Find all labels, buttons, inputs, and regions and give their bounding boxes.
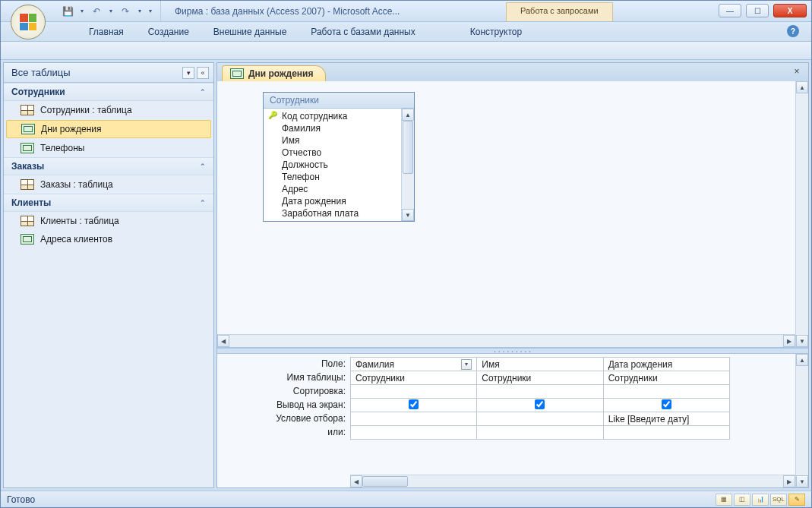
grid-cell-table[interactable]: Сотрудники xyxy=(351,371,477,385)
close-button[interactable]: X xyxy=(773,4,807,17)
nav-item-label: Заказы : таблица xyxy=(40,179,113,190)
qat-dropdown-icon[interactable]: ▾ xyxy=(78,4,86,19)
app-window: 💾 ▾ ↶ ▾ ↷ ▾ ▾ Фирма : база данных (Acces… xyxy=(0,0,812,508)
ribbon-tab-design[interactable]: Конструктор xyxy=(458,23,534,41)
scroll-up-icon[interactable]: ▲ xyxy=(796,81,808,93)
nav-group-orders[interactable]: Заказы ⌃ xyxy=(4,157,213,175)
scroll-thumb[interactable] xyxy=(403,121,413,174)
field-item[interactable]: Код сотрудника xyxy=(264,110,401,122)
show-checkbox[interactable] xyxy=(662,399,671,409)
undo-icon[interactable]: ↶ xyxy=(89,4,104,19)
maximize-button[interactable]: ☐ xyxy=(746,4,769,17)
nav-collapse-icon[interactable]: « xyxy=(197,67,209,79)
grid-row-labels: Поле: Имя таблицы: Сортировка: Вывод на … xyxy=(217,354,350,487)
redo-icon[interactable]: ↷ xyxy=(118,4,133,19)
nav-item-phones-query[interactable]: Телефоны xyxy=(4,139,213,157)
field-item[interactable]: Имя xyxy=(264,134,401,147)
grid-cell-table[interactable]: Сотрудники xyxy=(603,371,729,385)
ribbon-tab-home[interactable]: Главная xyxy=(77,23,136,41)
office-button[interactable] xyxy=(11,5,46,39)
scroll-down-icon[interactable]: ▼ xyxy=(796,475,808,487)
nav-filter-dropdown-icon[interactable]: ▾ xyxy=(182,67,194,79)
field-item[interactable]: Адрес xyxy=(264,183,401,195)
nav-group-label: Клиенты xyxy=(11,197,51,208)
query-design-surface[interactable]: Сотрудники Код сотрудника Фамилия Имя От… xyxy=(217,81,808,348)
field-item[interactable]: Отчество xyxy=(264,147,401,159)
grid-cell-sort[interactable] xyxy=(351,385,477,399)
field-item[interactable]: Дата рождения xyxy=(264,195,401,207)
grid-cell-criteria[interactable] xyxy=(477,412,603,426)
grid-cell-or[interactable] xyxy=(603,426,729,440)
view-sql-button[interactable]: SQL xyxy=(770,494,787,506)
grid-cell-field[interactable]: Дата рождения xyxy=(603,358,729,371)
field-item[interactable]: Телефон xyxy=(264,171,401,183)
ribbon-tab-db-tools[interactable]: Работа с базами данных xyxy=(299,23,427,41)
grid-cell-show[interactable] xyxy=(603,399,729,412)
scroll-down-icon[interactable]: ▼ xyxy=(796,335,808,347)
contextual-tab-label: Работа с запросами xyxy=(506,2,613,21)
nav-item-employees-table[interactable]: Сотрудники : таблица xyxy=(4,101,213,119)
scroll-up-icon[interactable]: ▲ xyxy=(796,354,808,366)
scroll-right-icon[interactable]: ▶ xyxy=(783,475,795,487)
design-vertical-scrollbar[interactable]: ▲ ▼ xyxy=(795,81,808,347)
ribbon-tab-create[interactable]: Создание xyxy=(136,23,201,41)
grid-cell-criteria[interactable] xyxy=(351,412,477,426)
nav-item-client-addresses-query[interactable]: Адреса клиентов xyxy=(4,230,213,248)
nav-group-label: Заказы xyxy=(11,161,44,172)
scroll-up-icon[interactable]: ▲ xyxy=(402,109,414,121)
grid-cell-show[interactable] xyxy=(351,399,477,412)
nav-header[interactable]: Все таблицы ▾ « xyxy=(4,63,213,83)
grid-cell-or[interactable] xyxy=(351,426,477,440)
minimize-button[interactable]: — xyxy=(719,4,741,17)
query-grid: Фамилия▾ Имя Дата рождения Сотрудники Со… xyxy=(350,357,730,440)
grid-cell-sort[interactable] xyxy=(603,385,729,399)
scroll-left-icon[interactable]: ◀ xyxy=(217,335,229,347)
grid-label-criteria: Условие отбора: xyxy=(217,412,346,425)
grid-cell-criteria[interactable]: Like [Введите дату] xyxy=(603,412,729,426)
scroll-left-icon[interactable]: ◀ xyxy=(350,475,362,487)
field-item[interactable]: Заработная плата xyxy=(264,207,401,219)
dropdown-icon[interactable]: ▾ xyxy=(461,359,472,370)
grid-cell-or[interactable] xyxy=(477,426,603,440)
grid-cell-field[interactable]: Имя xyxy=(477,358,603,371)
statusbar: Готово ▦ ◫ 📊 SQL ✎ xyxy=(1,491,811,507)
grid-body: Фамилия▾ Имя Дата рождения Сотрудники Со… xyxy=(350,354,795,487)
grid-cell-table[interactable]: Сотрудники xyxy=(477,371,603,385)
undo-dropdown-icon[interactable]: ▾ xyxy=(107,4,115,19)
nav-group-employees[interactable]: Сотрудники ⌃ xyxy=(4,83,213,101)
view-design-button[interactable]: ✎ xyxy=(788,494,805,506)
document-tab-birthdays[interactable]: Дни рождения xyxy=(222,65,326,81)
view-datasheet-button[interactable]: ▦ xyxy=(716,494,732,506)
view-pivot-button[interactable]: ◫ xyxy=(734,494,750,506)
grid-cell-field[interactable]: Фамилия▾ xyxy=(351,358,477,371)
design-horizontal-scrollbar[interactable]: ◀ ▶ xyxy=(217,334,795,347)
ribbon-tab-external[interactable]: Внешние данные xyxy=(201,23,299,41)
field-list-scrollbar[interactable]: ▲ ▼ xyxy=(401,109,414,221)
show-checkbox[interactable] xyxy=(409,399,419,409)
field-list-title: Сотрудники xyxy=(264,93,414,109)
scroll-down-icon[interactable]: ▼ xyxy=(402,209,414,221)
redo-dropdown-icon[interactable]: ▾ xyxy=(136,4,144,19)
show-checkbox[interactable] xyxy=(535,399,545,409)
view-chart-button[interactable]: 📊 xyxy=(752,494,769,506)
nav-item-orders-table[interactable]: Заказы : таблица xyxy=(4,175,213,194)
grid-vertical-scrollbar[interactable]: ▲ ▼ xyxy=(795,354,808,487)
nav-item-birthdays-query[interactable]: Дни рождения xyxy=(6,120,211,138)
field-item[interactable]: Должность xyxy=(264,159,401,171)
scroll-right-icon[interactable]: ▶ xyxy=(783,335,795,347)
document-tab-label: Дни рождения xyxy=(248,68,313,79)
document-close-button[interactable]: × xyxy=(791,66,802,77)
nav-header-title: Все таблицы xyxy=(11,67,180,78)
grid-cell-show[interactable] xyxy=(477,399,603,412)
field-item[interactable]: Фамилия xyxy=(264,122,401,134)
pane-splitter[interactable]: • • • • • • • • • xyxy=(217,348,808,354)
field-list-items: Код сотрудника Фамилия Имя Отчество Долж… xyxy=(264,109,401,221)
nav-item-clients-table[interactable]: Клиенты : таблица xyxy=(4,212,213,230)
nav-group-clients[interactable]: Клиенты ⌃ xyxy=(4,194,213,212)
help-button[interactable]: ? xyxy=(787,25,799,37)
field-list-employees[interactable]: Сотрудники Код сотрудника Фамилия Имя От… xyxy=(263,92,415,222)
qat-customize-icon[interactable]: ▾ xyxy=(147,4,154,19)
scroll-thumb[interactable] xyxy=(362,476,408,487)
grid-horizontal-scrollbar[interactable]: ◀ ▶ xyxy=(350,475,795,487)
grid-cell-sort[interactable] xyxy=(477,385,603,399)
